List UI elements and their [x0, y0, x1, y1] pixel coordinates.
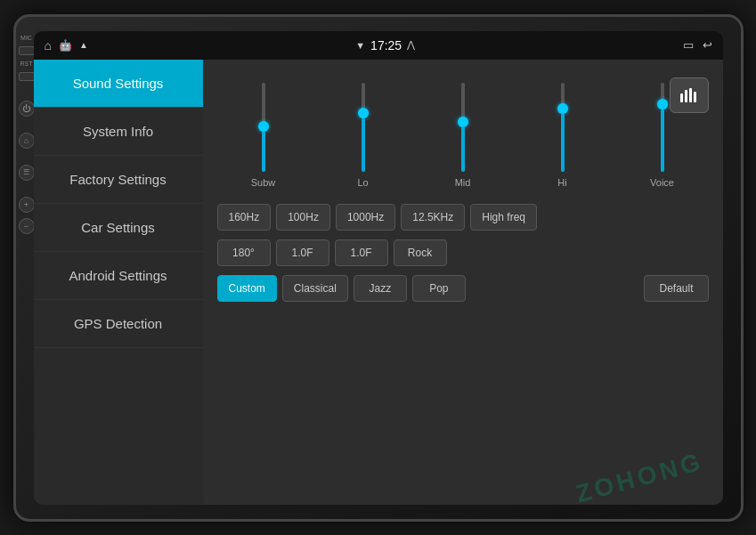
eq-label-voice: Voice	[650, 177, 674, 188]
eq-label-hi: Hi	[557, 177, 566, 188]
eq-label-mid: Mid	[455, 177, 471, 188]
slider-thumb-lo[interactable]	[358, 108, 369, 118]
btn-highfreq[interactable]: High freq	[470, 204, 537, 231]
btn-rock[interactable]: Rock	[394, 239, 447, 266]
btn-12_5khz[interactable]: 12.5KHz	[401, 204, 465, 231]
slider-thumb-subw[interactable]	[258, 121, 269, 132]
power-button[interactable]: ⏻	[19, 101, 35, 117]
sidebar-item-android-settings[interactable]: Android Settings	[34, 252, 203, 300]
eq-channel-subw: Subw	[217, 83, 310, 188]
android-icon: 🤖	[59, 39, 72, 52]
eq-channel-lo: Lo	[317, 83, 410, 188]
btn-custom[interactable]: Custom	[217, 275, 277, 302]
wifi-icon: ▼	[355, 40, 365, 51]
svg-rect-3	[694, 92, 696, 102]
sound-panel: Subw Lo	[203, 60, 723, 505]
freq-buttons-row: 160Hz 100Hz 1000Hz 12.5KHz High freq	[217, 204, 709, 231]
btn-160hz[interactable]: 160Hz	[217, 204, 272, 231]
slider-thumb-mid[interactable]	[458, 117, 468, 127]
android-button[interactable]: ☰	[19, 165, 35, 181]
device-frame: MIC RST ⏻ ⌂ ☰ + − ⌂ 🤖	[13, 14, 744, 522]
screen: ⌂ 🤖 ▲ ▼ 17:25 ⋀ ▭ ↩	[34, 31, 723, 505]
btn-jazz[interactable]: Jazz	[354, 275, 407, 302]
home-icon: ⌂	[45, 38, 52, 53]
rst-label: RST	[19, 61, 35, 67]
signal-icon: ▲	[79, 40, 88, 50]
eq-label-lo: Lo	[357, 177, 368, 188]
slider-thumb-hi[interactable]	[557, 103, 568, 114]
slider-fill-mid	[461, 127, 465, 172]
sidebar-item-car-settings[interactable]: Car Settings	[34, 204, 203, 252]
btn-pop[interactable]: Pop	[412, 275, 466, 302]
btn-180deg[interactable]: 180°	[217, 239, 271, 266]
slider-fill-lo	[362, 118, 365, 172]
sidebar-item-gps-detection[interactable]: GPS Detection	[34, 300, 203, 348]
sidebar-item-system-info[interactable]: System Info	[34, 108, 203, 156]
eq-section: Subw Lo	[217, 70, 709, 195]
slider-track-voice[interactable]	[661, 83, 664, 172]
value-buttons-row: 180° 1.0F 1.0F Rock	[217, 239, 709, 266]
btn-default[interactable]: Default	[644, 275, 708, 302]
rst-button[interactable]	[19, 72, 35, 81]
btn-100hz[interactable]: 100Hz	[276, 204, 330, 231]
screen-area: ⌂ 🤖 ▲ ▼ 17:25 ⋀ ▭ ↩	[34, 31, 723, 505]
sidebar-item-factory-settings[interactable]: Factory Settings	[34, 156, 203, 204]
slider-fill-hi	[561, 114, 565, 172]
btn-1000hz[interactable]: 1000Hz	[336, 204, 395, 231]
eq-channel-mid: Mid	[417, 83, 509, 188]
slider-track-mid[interactable]	[461, 83, 465, 172]
preset-buttons-row: Custom Classical Jazz Pop Default	[217, 275, 709, 302]
main-content: Sound Settings System Info Factory Setti…	[34, 60, 723, 505]
slider-fill-subw	[262, 132, 265, 172]
sidebar-item-sound-settings[interactable]: Sound Settings	[34, 60, 203, 108]
slider-track-lo[interactable]	[362, 83, 365, 172]
slider-track-subw[interactable]	[262, 83, 265, 172]
equalizer-icon	[679, 85, 700, 106]
slider-track-hi[interactable]	[561, 83, 565, 172]
mic-label: MIC	[19, 35, 35, 41]
btn-classical[interactable]: Classical	[282, 275, 348, 302]
time-display: 17:25	[370, 38, 402, 53]
back-icon[interactable]: ↩	[703, 38, 712, 52]
svg-rect-0	[680, 93, 683, 102]
recents-icon[interactable]: ▭	[683, 38, 694, 52]
status-bar: ⌂ 🤖 ▲ ▼ 17:25 ⋀ ▭ ↩	[34, 31, 723, 60]
physical-controls: MIC RST ⏻ ⌂ ☰ + −	[19, 35, 35, 234]
eq-label-subw: Subw	[251, 177, 276, 188]
vol-up-button[interactable]: +	[19, 197, 35, 213]
btn-1_0f_2[interactable]: 1.0F	[335, 239, 388, 266]
svg-rect-2	[689, 88, 692, 102]
expand-icon: ⋀	[407, 39, 415, 51]
vol-down-button[interactable]: −	[19, 218, 35, 234]
eq-channel-hi: Hi	[516, 83, 609, 188]
sidebar: Sound Settings System Info Factory Setti…	[34, 60, 203, 505]
eq-icon[interactable]	[670, 77, 709, 113]
btn-1_0f_1[interactable]: 1.0F	[276, 239, 329, 266]
mic-button[interactable]	[19, 46, 35, 55]
slider-thumb-voice[interactable]	[657, 99, 668, 109]
svg-rect-1	[685, 90, 687, 102]
home-button[interactable]: ⌂	[19, 133, 35, 149]
slider-fill-voice	[661, 109, 664, 172]
